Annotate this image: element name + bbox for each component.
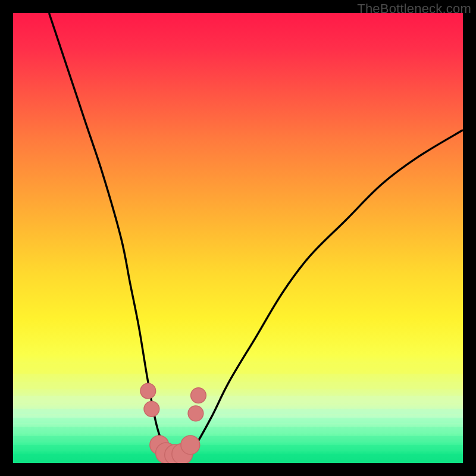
marker-point (188, 406, 203, 421)
marker-point (144, 401, 159, 416)
marker-point (191, 388, 206, 403)
marker-point (181, 436, 200, 455)
highlight-markers (140, 383, 206, 463)
chart-svg (13, 13, 463, 463)
bottleneck-curve (49, 13, 463, 459)
marker-point (140, 383, 156, 399)
chart-frame (13, 13, 463, 463)
